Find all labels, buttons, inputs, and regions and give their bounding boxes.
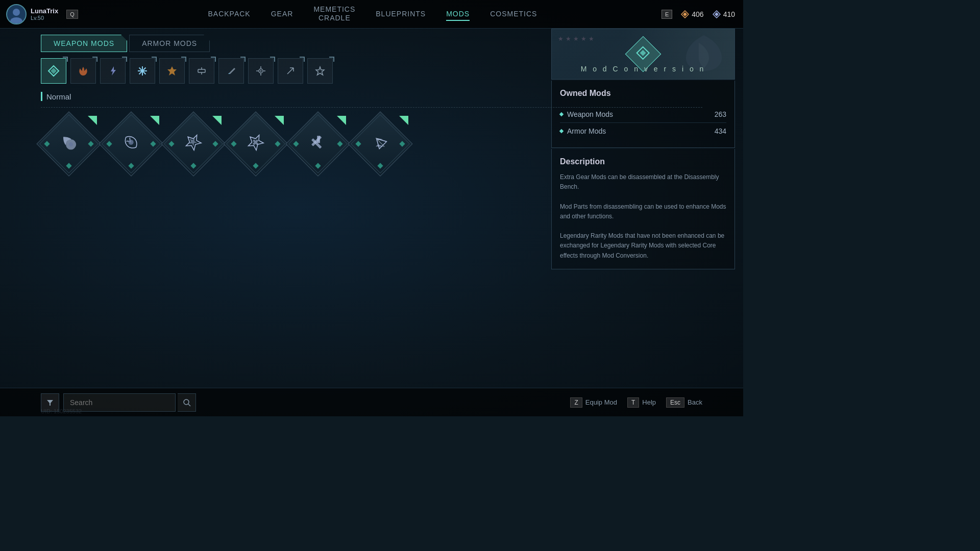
mod-card-6[interactable] bbox=[352, 116, 408, 172]
bottom-actions: Z Equip Mod T Help Esc Back bbox=[570, 397, 702, 408]
mod-icon-3 bbox=[183, 132, 204, 156]
svg-line-35 bbox=[188, 404, 190, 406]
mod-card-2[interactable] bbox=[103, 116, 159, 172]
currency-1-icon bbox=[680, 10, 690, 19]
back-key[interactable]: Esc bbox=[666, 397, 684, 408]
currency-2: 410 bbox=[712, 10, 735, 19]
mod-icon-5 bbox=[308, 132, 328, 156]
tab-weapon-mods[interactable]: WEAPON MODS bbox=[41, 35, 127, 52]
nav-items: BACKPACK GEAR MEMETICSCRADLE BLUEPRINTS … bbox=[92, 3, 653, 26]
mod-icon-6 bbox=[370, 132, 390, 156]
mod-icon-2 bbox=[121, 132, 141, 156]
main-content: WEAPON MODS ARMOR MODS bbox=[0, 29, 743, 416]
section-label: Normal bbox=[0, 90, 743, 103]
action-equip: Z Equip Mod bbox=[570, 397, 617, 408]
help-label: Help bbox=[642, 398, 656, 406]
nav-cosmetics[interactable]: COSMETICS bbox=[490, 8, 537, 21]
mod-corner-4 bbox=[275, 116, 284, 125]
mod-icon-4 bbox=[246, 132, 266, 156]
svg-marker-8 bbox=[51, 68, 57, 74]
filter-button[interactable] bbox=[41, 393, 59, 412]
svg-marker-4 bbox=[683, 12, 687, 16]
nav-gear[interactable]: GEAR bbox=[271, 8, 293, 21]
bottom-bar: Z Equip Mod T Help Esc Back bbox=[0, 388, 743, 416]
filter-arrow[interactable] bbox=[278, 58, 303, 84]
filter-star[interactable] bbox=[307, 58, 333, 84]
filter-row bbox=[0, 52, 743, 90]
mod-corner-5 bbox=[337, 116, 346, 125]
player-name: LunaTrix bbox=[31, 7, 58, 15]
player-name-level: LunaTrix Lv.50 bbox=[31, 7, 58, 21]
mod-card-5[interactable] bbox=[290, 116, 346, 172]
help-key[interactable]: T bbox=[627, 397, 639, 408]
back-label: Back bbox=[688, 398, 702, 406]
filter-electric[interactable] bbox=[100, 58, 126, 84]
svg-rect-14 bbox=[198, 69, 205, 72]
mod-corner-2 bbox=[150, 116, 159, 125]
q-button[interactable]: Q bbox=[66, 10, 78, 19]
currency-2-value: 410 bbox=[723, 10, 735, 18]
e-button[interactable]: E bbox=[662, 10, 672, 19]
svg-point-34 bbox=[184, 399, 189, 405]
player-level: Lv.50 bbox=[31, 15, 58, 21]
filter-cross[interactable] bbox=[159, 58, 185, 84]
search-button[interactable] bbox=[178, 393, 196, 412]
mod-corner-3 bbox=[212, 116, 222, 125]
tab-bar: WEAPON MODS ARMOR MODS bbox=[0, 29, 743, 52]
equip-label: Equip Mod bbox=[585, 398, 617, 406]
section-divider bbox=[41, 107, 702, 108]
svg-point-18 bbox=[260, 70, 262, 72]
filter-all[interactable] bbox=[41, 58, 66, 84]
mod-card-3[interactable] bbox=[165, 116, 222, 172]
mod-grid bbox=[0, 116, 743, 172]
avatar bbox=[6, 4, 27, 24]
nav-memetics[interactable]: MEMETICSCRADLE bbox=[313, 3, 355, 26]
filter-ice[interactable] bbox=[130, 58, 155, 84]
currency-2-icon bbox=[712, 10, 721, 19]
filter-fire[interactable] bbox=[70, 58, 96, 84]
tab-armor-mods[interactable]: ARMOR MODS bbox=[129, 35, 210, 52]
currency-1-value: 406 bbox=[692, 10, 703, 18]
section-name: Normal bbox=[46, 92, 71, 101]
search-input[interactable] bbox=[63, 393, 176, 412]
svg-marker-13 bbox=[167, 66, 177, 76]
currency-1: 406 bbox=[680, 10, 703, 19]
nav-right: E 406 410 bbox=[653, 10, 743, 19]
nav-backpack[interactable]: BACKPACK bbox=[208, 8, 250, 21]
equip-key[interactable]: Z bbox=[570, 397, 582, 408]
filter-suppressor[interactable] bbox=[189, 58, 214, 84]
nav-mods[interactable]: MODS bbox=[446, 8, 470, 21]
mod-card-1[interactable] bbox=[41, 116, 97, 172]
filter-blade[interactable] bbox=[218, 58, 244, 84]
mod-icon-1 bbox=[59, 132, 79, 156]
mod-corner-6 bbox=[399, 116, 408, 125]
filter-bullet[interactable] bbox=[248, 58, 274, 84]
mod-corner-1 bbox=[88, 116, 97, 125]
nav-blueprints[interactable]: BLUEPRINTS bbox=[376, 8, 426, 21]
action-help: T Help bbox=[627, 397, 656, 408]
mod-card-4[interactable] bbox=[228, 116, 284, 172]
svg-point-24 bbox=[128, 138, 135, 145]
search-container bbox=[41, 393, 196, 412]
svg-marker-6 bbox=[715, 12, 719, 16]
svg-point-1 bbox=[13, 9, 20, 16]
player-info: LunaTrix Lv.50 Q bbox=[0, 4, 92, 24]
top-nav: LunaTrix Lv.50 Q BACKPACK GEAR MEMETICSC… bbox=[0, 0, 743, 29]
action-back: Esc Back bbox=[666, 397, 702, 408]
